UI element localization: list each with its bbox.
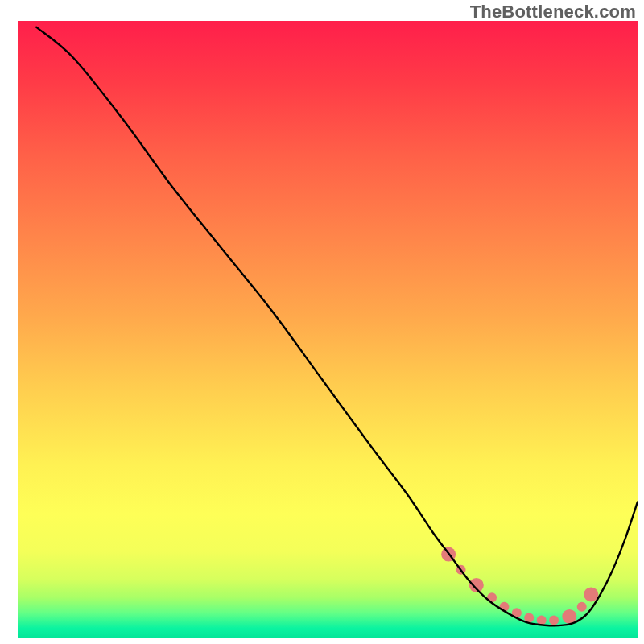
plot-background	[18, 21, 638, 638]
bottleneck-chart	[0, 0, 644, 644]
marker-dot	[549, 616, 559, 625]
marker-dot	[577, 602, 587, 612]
marker-dot	[584, 587, 598, 601]
chart-frame: TheBottleneck.com	[0, 0, 644, 644]
